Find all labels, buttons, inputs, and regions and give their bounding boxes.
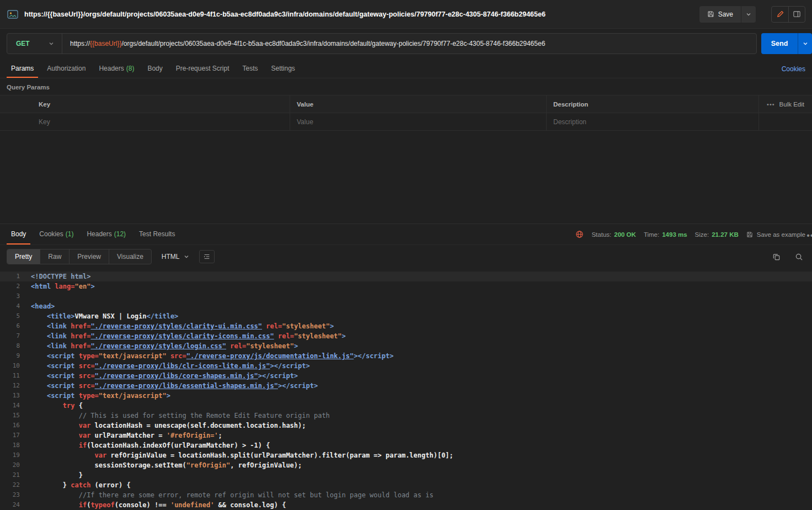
tab-body[interactable]: Body: [143, 60, 167, 78]
save-options-button[interactable]: [741, 6, 756, 23]
code-line: 10 <script src="./reverse-proxy/libs/clr…: [0, 361, 812, 371]
description-cell: [546, 113, 758, 130]
line-number: 4: [0, 301, 20, 311]
code-token: (error) {: [90, 481, 130, 489]
code-token: >: [342, 332, 346, 340]
beautify-button[interactable]: [199, 250, 215, 263]
code-token: >: [330, 322, 334, 330]
chevron-down-icon: [803, 41, 808, 46]
tab-tests[interactable]: Tests: [238, 60, 262, 78]
code-token: [31, 332, 47, 340]
code-token: "text/javascript": [99, 352, 167, 360]
code-token: ></script>: [270, 362, 310, 370]
line-number: 16: [0, 421, 20, 431]
response-tab-test-results[interactable]: Test Results: [135, 224, 179, 245]
request-tabs: Params Authorization Headers(8) Body Pre…: [0, 60, 812, 78]
line-number: 2: [0, 281, 20, 291]
tab-authorization[interactable]: Authorization: [42, 60, 90, 78]
code-text: <script src="./reverse-proxy/libs/core-s…: [31, 371, 812, 381]
pencil-icon: [776, 10, 784, 18]
code-token: <html: [31, 283, 55, 290]
send-button-group: Send: [761, 33, 812, 54]
code-token: rel=: [266, 322, 282, 330]
chevron-down-icon: [49, 41, 54, 46]
response-tab-cookies[interactable]: Cookies(1): [35, 224, 78, 245]
cookies-link[interactable]: Cookies: [782, 65, 805, 73]
line-number: 7: [0, 331, 20, 341]
code-token: <script: [47, 352, 79, 360]
code-token: 'undefined': [170, 501, 214, 509]
code-token: [31, 432, 79, 439]
method-selector[interactable]: GET: [7, 34, 62, 54]
code-viewer[interactable]: 1<!DOCTYPE html>2<html lang="en">3 4<hea…: [0, 268, 812, 510]
copy-response-button[interactable]: [772, 253, 781, 261]
value-input[interactable]: [297, 118, 539, 126]
code-line: 9 <script type="text/javascript" src="./…: [0, 351, 812, 361]
save-as-example-button[interactable]: Save as example: [746, 231, 805, 238]
code-text: <title>VMware NSX | Login</title>: [31, 311, 812, 321]
chevron-down-icon: [184, 254, 189, 259]
time-label: Time:: [644, 231, 659, 238]
response-overflow-button[interactable]: •••: [806, 231, 812, 241]
view-tab-raw[interactable]: Raw: [40, 249, 69, 264]
language-select[interactable]: HTML: [162, 253, 189, 261]
code-text: //If there are some error, remote ref or…: [31, 490, 812, 500]
code-token: <title>: [47, 312, 75, 320]
code-token: [167, 352, 170, 360]
status-badge: Status: 200 OK: [591, 231, 635, 238]
line-number: 8: [0, 341, 20, 351]
response-tab-body[interactable]: Body: [7, 224, 30, 245]
code-link[interactable]: "./reverse-proxy/styles/clarity-icons.mi…: [90, 332, 274, 340]
code-line: 11 <script src="./reverse-proxy/libs/cor…: [0, 371, 812, 381]
code-text: <!DOCTYPE html>: [31, 272, 812, 281]
search-icon: [795, 253, 803, 261]
code-link[interactable]: "./reverse-proxy/styles/clarity-ui.min.c…: [90, 322, 262, 330]
tab-headers[interactable]: Headers(8): [94, 60, 138, 78]
code-link[interactable]: "./reverse-proxy/libs/clr-icons-lite.min…: [95, 362, 270, 370]
save-button[interactable]: Save: [699, 6, 741, 23]
bulk-edit-button[interactable]: ••• Bulk Edit: [767, 101, 804, 108]
response-tab-headers[interactable]: Headers(12): [82, 224, 130, 245]
key-input[interactable]: [39, 118, 283, 126]
tab-label: Body: [11, 230, 26, 238]
code-link[interactable]: "./reverse-proxy/libs/essential-shapes.m…: [95, 382, 278, 390]
description-input[interactable]: [553, 118, 752, 126]
search-response-button[interactable]: [795, 253, 803, 261]
code-token: ></script>: [354, 352, 393, 360]
tab-pre-request-script[interactable]: Pre-request Script: [172, 60, 234, 78]
tab-params[interactable]: Params: [7, 60, 38, 78]
line-number: 6: [0, 321, 20, 331]
code-link[interactable]: "./reverse-proxy/libs/core-shapes.min.js…: [95, 372, 258, 380]
code-token: [31, 362, 47, 370]
code-token: ;: [218, 432, 222, 439]
view-mode-group: Pretty Raw Preview Visualize: [7, 249, 152, 264]
send-options-button[interactable]: [798, 33, 812, 54]
time-value: 1493 ms: [662, 231, 687, 238]
code-link[interactable]: "./reverse-proxy/styles/login.css": [90, 342, 226, 350]
code-token: [274, 332, 278, 340]
tab-label: Settings: [271, 65, 295, 72]
view-tab-preview[interactable]: Preview: [69, 249, 109, 264]
view-tab-visualize[interactable]: Visualize: [109, 249, 151, 264]
code-token: <link: [47, 342, 71, 350]
code-line: 19 var refOriginValue = locationHash.spl…: [0, 450, 812, 460]
send-button[interactable]: Send: [761, 33, 798, 54]
code-token: <script: [47, 362, 79, 370]
code-link[interactable]: "./reverse-proxy/js/documentation-link.j…: [186, 352, 354, 360]
tab-count: (1): [66, 230, 74, 238]
tab-settings[interactable]: Settings: [267, 60, 300, 78]
code-token: src=: [79, 382, 95, 390]
view-tab-pretty[interactable]: Pretty: [7, 249, 40, 264]
url-input[interactable]: https://{{baseUrl}}/orgs/default/project…: [62, 34, 756, 54]
tab-label: Headers: [87, 230, 111, 238]
code-text: <html lang="en">: [31, 281, 812, 291]
code-token: href=: [71, 322, 90, 330]
query-params-heading: Query Params: [0, 78, 812, 95]
edit-button[interactable]: [772, 7, 788, 22]
code-token: >: [167, 392, 170, 400]
code-token: src=: [170, 352, 186, 360]
code-text: [31, 291, 812, 301]
code-token: rel=: [230, 342, 246, 350]
layout-panel-button[interactable]: [788, 7, 805, 22]
size-value: 21.27 KB: [712, 231, 739, 238]
